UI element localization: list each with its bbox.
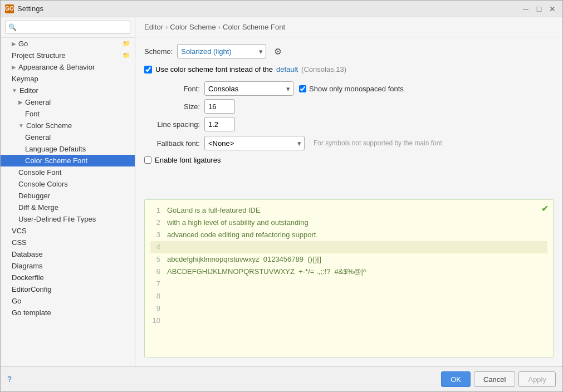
line-num-3: 3 — [150, 229, 160, 241]
size-input[interactable] — [204, 99, 235, 114]
fallback-font-select[interactable]: <None> Consolas — [204, 136, 305, 150]
ok-button[interactable]: OK — [441, 371, 471, 387]
sidebar-item-label: User-Defined File Types — [18, 215, 96, 223]
sidebar-item-appearance-behavior[interactable]: ▶ Appearance & Behavior — [1, 61, 135, 73]
content-area: 🔍 ▶ Go 📁 Project Structure 📁 ▶ Appearanc… — [1, 17, 562, 366]
preview-check-icon: ✔ — [541, 203, 549, 214]
line-num-7: 7 — [150, 278, 160, 290]
sidebar-item-editorconfig[interactable]: EditorConfig — [1, 283, 135, 295]
sidebar-item-label: Color Scheme — [26, 121, 72, 130]
font-control-row: Consolas Arial Courier New Show only mon… — [204, 81, 554, 96]
preview-line-2: 2 with a high level of usability and out… — [150, 217, 547, 229]
window-title: Settings — [17, 4, 43, 13]
footer: ? OK Cancel Apply — [1, 366, 562, 391]
sidebar-item-project-structure[interactable]: Project Structure 📁 — [1, 50, 135, 61]
line-num-4: 4 — [150, 241, 160, 253]
sidebar-item-diff-merge[interactable]: Diff & Merge — [1, 202, 135, 213]
font-select[interactable]: Consolas Arial Courier New — [204, 81, 293, 96]
sidebar-item-dockerfile[interactable]: Dockerfile — [1, 272, 135, 283]
help-icon[interactable]: ? — [7, 375, 12, 384]
sidebar-item-label: Font — [25, 110, 40, 118]
use-color-scheme-font-label: Use color scheme font instead of the — [155, 65, 273, 74]
maximize-button[interactable]: □ — [533, 3, 545, 14]
sidebar-item-language-defaults[interactable]: Language Defaults — [1, 143, 135, 155]
breadcrumb-sep-2: › — [218, 23, 221, 31]
preview-line-5: 5 abcdefghijklmnopqrstuvwxyz 0123456789 … — [150, 253, 547, 266]
sidebar-item-css[interactable]: CSS — [1, 237, 135, 248]
sidebar-item-label: Go — [18, 40, 28, 48]
line-num-9: 9 — [150, 302, 160, 315]
font-label: Font: — [144, 85, 200, 93]
font-select-wrapper: Consolas Arial Courier New — [204, 81, 293, 96]
sidebar-item-diagrams[interactable]: Diagrams — [1, 260, 135, 272]
scheme-select[interactable]: Solarized (light) Default Darcula — [177, 44, 266, 58]
search-input[interactable] — [5, 21, 130, 34]
sidebar-item-color-scheme-font[interactable]: Color Scheme Font — [1, 155, 135, 166]
default-link[interactable]: default — [276, 65, 298, 74]
sidebar-item-keymap[interactable]: Keymap — [1, 73, 135, 85]
fallback-font-label: Fallback font: — [144, 139, 200, 148]
use-color-scheme-font-checkbox[interactable] — [144, 66, 152, 74]
monospace-text: Show only monospaced fonts — [309, 85, 404, 93]
sidebar-item-color-scheme[interactable]: ▼ Color Scheme — [1, 120, 135, 131]
sidebar-item-go[interactable]: ▶ Go 📁 — [1, 38, 135, 50]
title-bar-left: GO Settings — [5, 4, 43, 13]
monospace-checkbox[interactable] — [299, 85, 306, 92]
sidebar-item-label: Editor — [19, 86, 38, 95]
preview-line-3: 3 advanced code editing and refactoring … — [150, 229, 547, 241]
preview-line-7: 7 — [150, 278, 547, 290]
sidebar-item-vcs[interactable]: VCS — [1, 225, 135, 237]
line-content-2: with a high level of usability and outst… — [167, 217, 309, 229]
preview-line-1: 1 GoLand is a full-featured IDE — [150, 204, 547, 217]
breadcrumb: Editor › Color Scheme › Color Scheme Fon… — [135, 17, 562, 37]
search-icon: 🔍 — [8, 23, 17, 31]
ligatures-checkbox[interactable] — [144, 156, 151, 164]
settings-window: GO Settings ─ □ ✕ 🔍 ▶ Go 📁 P — [0, 0, 563, 392]
default-value: (Consolas,13) — [301, 65, 346, 74]
arrow-icon: ▶ — [12, 41, 16, 47]
sidebar-item-label: Language Defaults — [25, 145, 86, 153]
title-controls: ─ □ ✕ — [520, 3, 558, 14]
sidebar-item-debugger[interactable]: Debugger — [1, 190, 135, 202]
ligatures-label: Enable font ligatures — [155, 156, 221, 164]
sidebar-item-editor[interactable]: ▼ Editor — [1, 85, 135, 96]
preview-line-4: 4 — [150, 241, 547, 253]
cancel-button[interactable]: Cancel — [474, 371, 515, 387]
sidebar-item-label: General — [25, 98, 51, 106]
font-settings-grid: Font: Consolas Arial Courier New Show on… — [144, 81, 554, 131]
preview-line-6: 6 ABCDEFGHIJKLMNOPQRSTUVWXYZ +-*/= .,;:!… — [150, 266, 547, 278]
minimize-button[interactable]: ─ — [520, 3, 531, 14]
sidebar-item-cs-general[interactable]: General — [1, 131, 135, 143]
line-num-1: 1 — [150, 204, 160, 217]
sidebar-item-database[interactable]: Database — [1, 248, 135, 260]
sidebar-item-console-colors[interactable]: Console Colors — [1, 178, 135, 190]
sidebar-item-console-font[interactable]: Console Font — [1, 166, 135, 178]
sidebar-item-font[interactable]: Font — [1, 108, 135, 120]
line-num-10: 10 — [150, 315, 160, 327]
scheme-select-wrapper: Solarized (light) Default Darcula — [177, 44, 266, 58]
arrow-icon: ▼ — [18, 122, 24, 129]
scheme-label: Scheme: — [144, 47, 173, 56]
sidebar-item-go-template[interactable]: Go template — [1, 307, 135, 318]
sidebar-item-label: Project Structure — [12, 51, 66, 60]
sidebar-item-label: Diff & Merge — [18, 203, 58, 212]
line-spacing-input[interactable] — [204, 117, 235, 131]
preview-line-8: 8 — [150, 290, 547, 302]
search-box: 🔍 — [1, 17, 135, 38]
line-content-3: advanced code editing and refactoring su… — [167, 229, 318, 241]
app-icon: GO — [5, 4, 14, 13]
sidebar-item-label: Go template — [12, 308, 51, 317]
ps-icon: 📁 — [123, 52, 130, 59]
settings-panel: Scheme: Solarized (light) Default Darcul… — [135, 37, 562, 199]
scheme-settings-button[interactable]: ⚙ — [271, 44, 285, 58]
apply-button[interactable]: Apply — [518, 371, 556, 387]
close-button[interactable]: ✕ — [547, 3, 558, 14]
sidebar-item-general[interactable]: ▶ General — [1, 96, 135, 108]
breadcrumb-color-scheme-font: Color Scheme Font — [223, 23, 285, 31]
sidebar-item-label: Database — [12, 250, 43, 258]
sidebar-item-user-defined[interactable]: User-Defined File Types — [1, 213, 135, 225]
scheme-row: Scheme: Solarized (light) Default Darcul… — [144, 44, 554, 58]
sidebar-item-go2[interactable]: Go — [1, 295, 135, 307]
sidebar-item-label: Go — [12, 297, 21, 305]
sidebar-item-label: General — [25, 133, 51, 141]
